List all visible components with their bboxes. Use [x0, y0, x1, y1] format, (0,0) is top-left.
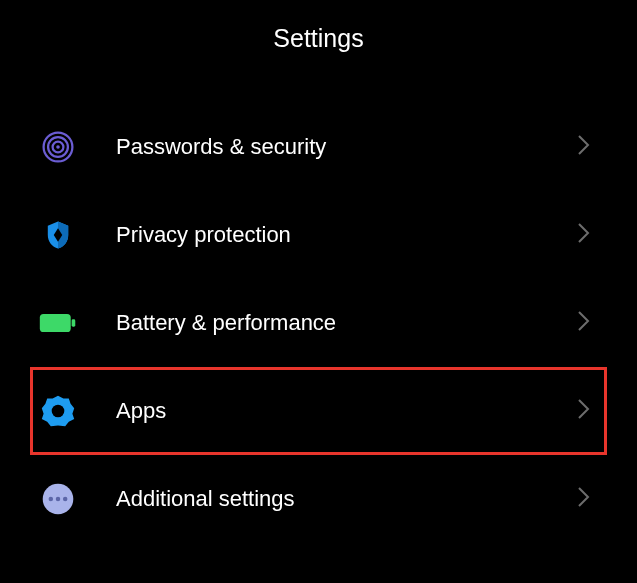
svg-rect-4: [40, 314, 71, 332]
battery-icon: [38, 303, 78, 343]
dots-icon: [38, 479, 78, 519]
shield-icon: [38, 215, 78, 255]
svg-rect-5: [72, 319, 76, 326]
svg-point-8: [49, 497, 54, 502]
settings-item-passwords-security[interactable]: Passwords & security: [30, 103, 607, 191]
chevron-right-icon: [577, 133, 591, 161]
settings-item-privacy-protection[interactable]: Privacy protection: [30, 191, 607, 279]
settings-item-additional-settings[interactable]: Additional settings: [30, 455, 607, 543]
chevron-right-icon: [577, 485, 591, 513]
settings-item-label: Battery & performance: [116, 310, 577, 336]
settings-item-battery-performance[interactable]: Battery & performance: [30, 279, 607, 367]
page-title: Settings: [0, 24, 637, 53]
settings-item-label: Passwords & security: [116, 134, 577, 160]
settings-item-label: Additional settings: [116, 486, 577, 512]
settings-item-apps[interactable]: Apps: [30, 367, 607, 455]
chevron-right-icon: [577, 309, 591, 337]
header: Settings: [0, 0, 637, 103]
chevron-right-icon: [577, 221, 591, 249]
settings-item-label: Privacy protection: [116, 222, 577, 248]
settings-item-label: Apps: [116, 398, 577, 424]
fingerprint-icon: [38, 127, 78, 167]
svg-point-3: [56, 145, 60, 149]
settings-list: Passwords & security Privacy protection …: [0, 103, 637, 543]
svg-point-10: [63, 497, 67, 502]
svg-point-6: [52, 405, 65, 418]
chevron-right-icon: [577, 397, 591, 425]
gear-icon: [38, 391, 78, 431]
svg-point-9: [56, 497, 61, 502]
